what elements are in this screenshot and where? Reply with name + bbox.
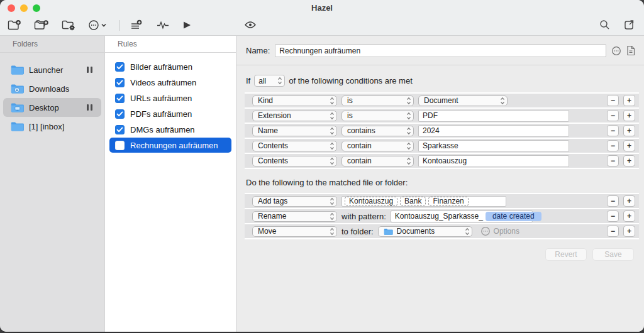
folder-row[interactable]: Downloads: [3, 79, 101, 98]
operator-select[interactable]: is: [341, 96, 414, 106]
add-action-button[interactable]: +: [623, 210, 635, 222]
add-condition-button[interactable]: +: [623, 140, 635, 151]
open-window-icon[interactable]: [624, 17, 635, 32]
stepper-icon: [330, 127, 335, 135]
tag-token[interactable]: Finanzen: [428, 197, 468, 206]
operator-select[interactable]: is: [341, 111, 414, 121]
pattern-field[interactable]: Kontoauszug_Sparkasse_date created: [391, 210, 533, 222]
save-button[interactable]: Save: [592, 248, 634, 261]
rule-description-icon[interactable]: [626, 45, 635, 56]
value-input[interactable]: Kontoauszug: [418, 155, 569, 167]
conditions-suffix-label: of the following conditions are met: [289, 76, 413, 85]
folder-row[interactable]: Desktop: [3, 98, 101, 117]
rule-checkbox[interactable]: [115, 141, 125, 150]
add-action-button[interactable]: +: [623, 226, 635, 237]
add-condition-button[interactable]: +: [623, 155, 635, 166]
folder-row[interactable]: Launcher: [3, 60, 101, 79]
add-condition-button[interactable]: +: [623, 125, 635, 136]
preview-icon[interactable]: [244, 17, 257, 32]
folders-header: Folders: [0, 36, 104, 53]
remove-condition-button[interactable]: −: [607, 155, 619, 166]
content-area: Folders LauncherDownloadsDesktop[1] [inb…: [0, 36, 644, 332]
action-select[interactable]: Add tags: [252, 196, 337, 207]
rule-row[interactable]: PDFs aufräumen: [109, 106, 231, 121]
match-type-select[interactable]: all: [254, 75, 285, 87]
rule-row[interactable]: DMGs aufräumen: [109, 122, 231, 137]
rule-label: PDFs aufräumen: [130, 109, 192, 119]
more-options-icon[interactable]: [88, 18, 109, 33]
value-input[interactable]: 2024: [418, 125, 569, 137]
value-input[interactable]: Sparkasse: [418, 140, 569, 152]
options-control[interactable]: Options: [480, 226, 519, 236]
rule-name-input[interactable]: [275, 44, 606, 57]
revert-button[interactable]: Revert: [545, 248, 587, 261]
attribute-select[interactable]: Kind: [252, 96, 337, 106]
preview-rules-icon[interactable]: [157, 18, 169, 33]
rule-label: Rechnungen aufräumen: [130, 141, 218, 150]
rule-checkbox[interactable]: [115, 125, 125, 134]
titlebar[interactable]: Hazel: [0, 0, 644, 15]
stepper-icon: [330, 112, 335, 120]
date-created-token[interactable]: date created: [486, 212, 541, 221]
new-rule-icon[interactable]: [130, 18, 144, 33]
remove-action-button[interactable]: −: [607, 226, 619, 237]
remove-condition-button[interactable]: −: [607, 125, 619, 136]
folder-icon: [11, 102, 24, 112]
value-select[interactable]: Document: [418, 96, 508, 106]
documents-folder-icon: [384, 228, 393, 235]
folder-row[interactable]: [1] [inbox]: [3, 117, 101, 136]
add-condition-button[interactable]: +: [623, 110, 635, 121]
add-folders-icon[interactable]: [34, 18, 49, 33]
toolbar-separator: [119, 20, 120, 31]
pause-icon: [87, 104, 92, 111]
stepper-icon: [465, 227, 470, 236]
new-folder-icon[interactable]: [8, 18, 21, 33]
remove-condition-button[interactable]: −: [607, 140, 619, 151]
operator-select[interactable]: contains: [341, 126, 414, 136]
stepper-icon: [330, 227, 335, 236]
remove-condition-button[interactable]: −: [607, 95, 619, 106]
rule-checkbox[interactable]: [115, 62, 125, 72]
action-select[interactable]: Move: [252, 226, 337, 237]
rules-header: Rules: [105, 36, 236, 53]
remove-action-button[interactable]: −: [607, 210, 619, 222]
condition-row: ContentscontainKontoauszug−+: [245, 154, 639, 169]
action-select[interactable]: Rename: [252, 211, 337, 222]
tag-token[interactable]: Kontoauszug: [345, 197, 397, 206]
to-folder-label: to folder:: [341, 227, 374, 236]
remove-condition-button[interactable]: −: [607, 110, 619, 121]
run-rules-icon[interactable]: [182, 18, 192, 33]
pause-icon: [87, 67, 92, 73]
tag-token[interactable]: Bank: [400, 197, 426, 206]
rule-row[interactable]: Rechnungen aufräumen: [109, 138, 231, 153]
folder-select[interactable]: Documents: [378, 226, 472, 237]
add-action-button[interactable]: +: [623, 195, 635, 207]
note-ellipsis-icon[interactable]: [611, 46, 621, 56]
rule-checkbox[interactable]: [115, 109, 125, 119]
rules-pane: Rules Bilder aufräumenVideos aufräumenUR…: [104, 36, 236, 332]
operator-select[interactable]: contain: [341, 141, 414, 151]
editor-buttons: Revert Save: [236, 248, 634, 261]
tags-field[interactable]: KontoauszugBankFinanzen: [341, 196, 506, 207]
search-icon[interactable]: [599, 17, 610, 32]
stepper-icon: [330, 212, 335, 221]
attribute-select[interactable]: Contents: [252, 156, 337, 166]
rule-row[interactable]: URLs aufräumen: [109, 90, 231, 106]
attribute-select[interactable]: Name: [252, 126, 337, 136]
attribute-select[interactable]: Contents: [252, 141, 337, 151]
rule-row[interactable]: Bilder aufräumen: [109, 59, 231, 74]
rule-checkbox[interactable]: [115, 78, 125, 87]
rule-row[interactable]: Videos aufräumen: [109, 75, 231, 90]
condition-row: Namecontains2024−+: [245, 124, 639, 139]
add-condition-button[interactable]: +: [623, 95, 635, 106]
conditions-intro: If all of the following conditions are m…: [246, 75, 635, 87]
stepper-icon: [406, 97, 411, 105]
remove-action-button[interactable]: −: [607, 195, 619, 207]
attribute-select[interactable]: Extension: [252, 111, 337, 121]
rule-checkbox[interactable]: [115, 94, 125, 103]
operator-select[interactable]: contain: [341, 156, 414, 166]
value-input[interactable]: PDF: [418, 110, 569, 122]
folder-settings-icon[interactable]: [62, 18, 75, 33]
action-row: Add tagsKontoauszugBankFinanzen−+: [245, 194, 639, 209]
folder-icon: [11, 84, 24, 94]
